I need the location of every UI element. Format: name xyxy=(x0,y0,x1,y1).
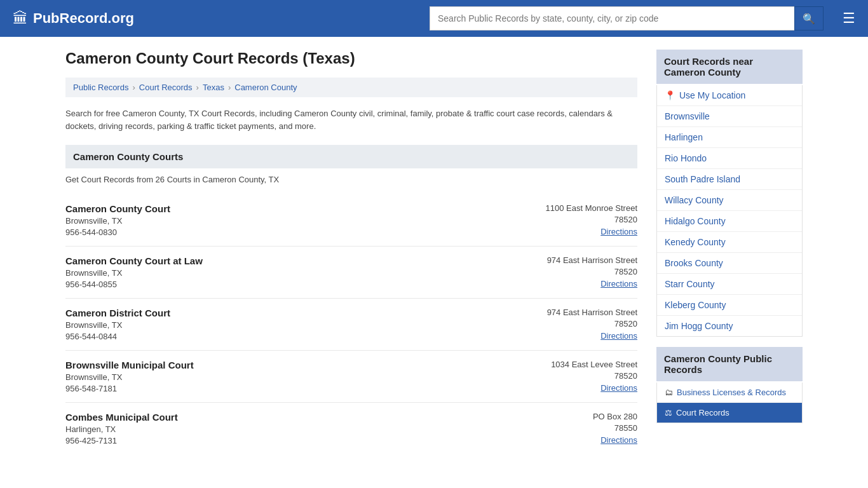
briefcase-icon xyxy=(665,388,673,397)
court-city-1: Brownsville, TX xyxy=(65,216,170,226)
courts-section-header: Cameron County Courts xyxy=(65,145,637,168)
court-name-5: Combes Municipal Court xyxy=(65,412,178,423)
sidebar-item-harlingen[interactable]: Harlingen xyxy=(657,127,802,148)
logo-link[interactable]: 🏛 PubRecord.org xyxy=(13,10,134,27)
court-name-3: Cameron District Court xyxy=(65,308,170,318)
court-phone-4: 956-548-7181 xyxy=(65,384,194,393)
sidebar-item-south-padre-island[interactable]: South Padre Island xyxy=(657,169,802,190)
hamburger-icon: ☰ xyxy=(843,10,855,26)
sidebar-nearby-list: 📍 Use My Location Brownsville Harlingen … xyxy=(656,85,803,337)
sidebar-item-hidalgo-county[interactable]: Hidalgo County xyxy=(657,211,802,232)
court-entry-2: Cameron County Court at Law Brownsville,… xyxy=(65,247,637,299)
sidebar-link-willacy-county[interactable]: Willacy County xyxy=(665,195,724,205)
courts-count: Get Court Records from 26 Courts in Came… xyxy=(65,175,637,184)
court-address-4: 1034 East Levee Street xyxy=(510,360,637,369)
sidebar: Court Records near Cameron County 📍 Use … xyxy=(656,50,803,454)
sidebar-link-rio-hondo[interactable]: Rio Hondo xyxy=(665,153,707,163)
main-container: Cameron County Court Records (Texas) Pub… xyxy=(53,37,815,467)
site-header: 🏛 PubRecord.org 🔍 ☰ xyxy=(0,0,868,37)
sidebar-link-brownsville[interactable]: Brownsville xyxy=(665,111,710,121)
court-zip-4: 78520 xyxy=(510,371,637,381)
sidebar-item-brooks-county[interactable]: Brooks County xyxy=(657,253,802,274)
court-left-3: Cameron District Court Brownsville, TX 9… xyxy=(65,308,170,341)
sidebar-item-business-licenses[interactable]: Business Licenses & Records xyxy=(657,383,802,403)
sidebar-item-court-records[interactable]: Court Records xyxy=(657,403,802,423)
breadcrumb-sep-1: › xyxy=(132,83,135,92)
court-right-4: 1034 East Levee Street 78520 Directions xyxy=(510,360,637,393)
court-phone-2: 956-544-0855 xyxy=(65,280,203,289)
breadcrumb-link-public-records[interactable]: Public Records xyxy=(73,83,128,92)
court-directions-3[interactable]: Directions xyxy=(600,331,637,341)
court-left-1: Cameron County Court Brownsville, TX 956… xyxy=(65,203,170,237)
court-phone-1: 956-544-0830 xyxy=(65,227,170,237)
breadcrumb-link-texas[interactable]: Texas xyxy=(203,83,224,92)
courts-list: Cameron County Court Brownsville, TX 956… xyxy=(65,194,637,454)
court-entry-1: Cameron County Court Brownsville, TX 956… xyxy=(65,194,637,247)
page-description: Search for free Cameron County, TX Court… xyxy=(65,107,637,132)
court-right-5: PO Box 280 78550 Directions xyxy=(510,412,637,445)
sidebar-link-kleberg-county[interactable]: Kleberg County xyxy=(665,300,726,310)
court-address-1: 1100 East Monroe Street xyxy=(510,203,637,213)
logo-text: PubRecord.org xyxy=(33,10,134,27)
sidebar-link-harlingen[interactable]: Harlingen xyxy=(665,132,703,142)
logo-icon: 🏛 xyxy=(13,10,28,27)
court-directions-5[interactable]: Directions xyxy=(600,435,637,445)
court-address-2: 974 East Harrison Street xyxy=(510,255,637,265)
court-entry-5: Combes Municipal Court Harlingen, TX 956… xyxy=(65,403,637,454)
breadcrumb-sep-2: › xyxy=(196,83,199,92)
court-right-2: 974 East Harrison Street 78520 Direction… xyxy=(510,255,637,289)
court-zip-2: 78520 xyxy=(510,267,637,276)
sidebar-link-kenedy-county[interactable]: Kenedy County xyxy=(665,237,726,247)
sidebar-item-jim-hogg-county[interactable]: Jim Hogg County xyxy=(657,316,802,336)
sidebar-link-south-padre-island[interactable]: South Padre Island xyxy=(665,174,740,184)
court-city-5: Harlingen, TX xyxy=(65,424,178,434)
court-city-3: Brownsville, TX xyxy=(65,320,170,330)
sidebar-link-starr-county[interactable]: Starr County xyxy=(665,279,715,289)
sidebar-nearby-title: Court Records near Cameron County xyxy=(656,50,803,84)
menu-button[interactable]: ☰ xyxy=(843,10,855,27)
breadcrumb-link-cameron-county[interactable]: Cameron County xyxy=(234,83,297,92)
court-directions-1[interactable]: Directions xyxy=(600,227,637,236)
use-location-label: Use My Location xyxy=(679,90,745,100)
main-content: Cameron County Court Records (Texas) Pub… xyxy=(65,50,637,454)
sidebar-link-court-records[interactable]: Court Records xyxy=(676,408,729,417)
breadcrumb-link-court-records[interactable]: Court Records xyxy=(139,83,193,92)
sidebar-item-kleberg-county[interactable]: Kleberg County xyxy=(657,295,802,316)
court-city-4: Brownsville, TX xyxy=(65,372,194,382)
location-pin-icon: 📍 xyxy=(665,90,675,100)
court-left-4: Brownsville Municipal Court Brownsville,… xyxy=(65,360,194,393)
sidebar-link-business-licenses[interactable]: Business Licenses & Records xyxy=(677,388,786,397)
court-address-3: 974 East Harrison Street xyxy=(510,308,637,317)
court-name-4: Brownsville Municipal Court xyxy=(65,360,194,370)
court-address-5: PO Box 280 xyxy=(510,412,637,421)
sidebar-use-location[interactable]: 📍 Use My Location xyxy=(657,85,802,106)
search-area: 🔍 xyxy=(430,6,824,30)
court-name-1: Cameron County Court xyxy=(65,203,170,214)
sidebar-item-kenedy-county[interactable]: Kenedy County xyxy=(657,232,802,253)
court-directions-2[interactable]: Directions xyxy=(600,279,637,288)
breadcrumb: Public Records › Court Records › Texas ›… xyxy=(65,78,637,97)
sidebar-item-brownsville[interactable]: Brownsville xyxy=(657,106,802,127)
court-right-3: 974 East Harrison Street 78520 Direction… xyxy=(510,308,637,341)
court-zip-1: 78520 xyxy=(510,215,637,224)
court-directions-4[interactable]: Directions xyxy=(600,383,637,393)
court-entry-3: Cameron District Court Brownsville, TX 9… xyxy=(65,299,637,351)
court-name-2: Cameron County Court at Law xyxy=(65,255,203,266)
sidebar-public-records-title: Cameron County Public Records xyxy=(656,347,803,381)
sidebar-link-brooks-county[interactable]: Brooks County xyxy=(665,258,723,268)
page-title: Cameron County Court Records (Texas) xyxy=(65,50,637,67)
search-button[interactable]: 🔍 xyxy=(794,6,824,30)
breadcrumb-sep-3: › xyxy=(228,83,231,92)
sidebar-public-records-list: Business Licenses & Records Court Record… xyxy=(656,383,803,423)
court-right-1: 1100 East Monroe Street 78520 Directions xyxy=(510,203,637,237)
sidebar-item-starr-county[interactable]: Starr County xyxy=(657,274,802,295)
court-phone-3: 956-544-0844 xyxy=(65,332,170,341)
court-city-2: Brownsville, TX xyxy=(65,268,203,278)
sidebar-link-jim-hogg-county[interactable]: Jim Hogg County xyxy=(665,321,733,331)
court-left-5: Combes Municipal Court Harlingen, TX 956… xyxy=(65,412,178,445)
sidebar-item-rio-hondo[interactable]: Rio Hondo xyxy=(657,148,802,169)
court-phone-5: 956-425-7131 xyxy=(65,436,178,445)
sidebar-link-hidalgo-county[interactable]: Hidalgo County xyxy=(665,216,726,226)
search-input[interactable] xyxy=(430,6,794,30)
sidebar-item-willacy-county[interactable]: Willacy County xyxy=(657,190,802,211)
